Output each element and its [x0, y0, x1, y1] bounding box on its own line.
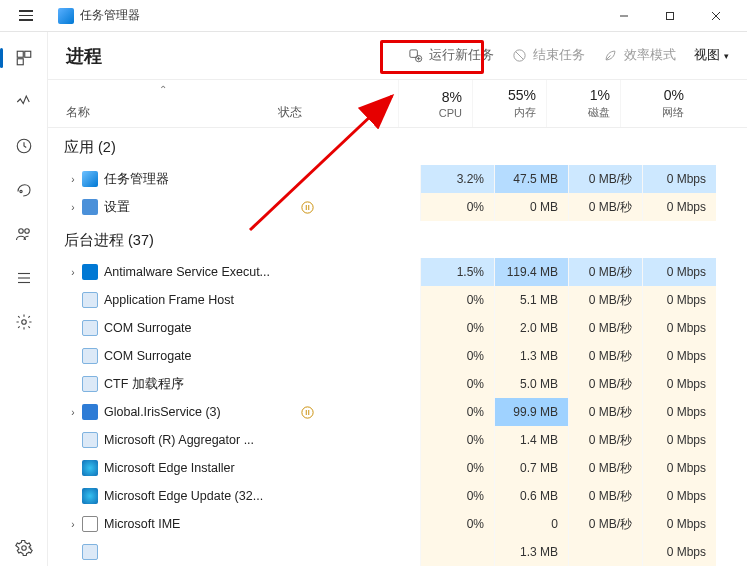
columns-header: ⌃ 名称 状态 8%CPU55%内存1%磁盘0%网络 [48, 80, 747, 128]
nav-users[interactable] [4, 216, 44, 252]
process-row[interactable]: ›设置0%0 MB0 MB/秒0 Mbps [48, 193, 747, 221]
nav-settings[interactable] [4, 530, 44, 566]
nav-startup[interactable] [4, 172, 44, 208]
cell: 0% [420, 398, 494, 426]
process-row[interactable]: Microsoft (R) Aggregator ...0%1.4 MB0 MB… [48, 426, 747, 454]
process-row[interactable]: CTF 加载程序0%5.0 MB0 MB/秒0 Mbps [48, 370, 747, 398]
process-row[interactable]: Application Frame Host0%5.1 MB0 MB/秒0 Mb… [48, 286, 747, 314]
cell: 0 MB/秒 [568, 258, 642, 286]
cell: 0 Mbps [642, 426, 716, 454]
cell: 0% [420, 314, 494, 342]
cell: 0% [420, 193, 494, 221]
end-task-button[interactable]: 结束任务 [512, 47, 585, 64]
process-icon [82, 460, 98, 476]
cell: 0 Mbps [642, 538, 716, 566]
menu-button[interactable] [8, 10, 44, 21]
metric-label: 内存 [514, 105, 536, 120]
process-status [300, 200, 420, 215]
nav-history[interactable] [4, 128, 44, 164]
view-label: 视图 [694, 47, 720, 64]
cell-mem: 99.9 MB [494, 398, 568, 426]
cell: 0 MB/秒 [568, 426, 642, 454]
cell-mem: 0.7 MB [494, 454, 568, 482]
process-row[interactable]: ›Antimalware Service Execut...1.5%119.4 … [48, 258, 747, 286]
metric-pct: 55% [508, 87, 536, 103]
process-icon [82, 348, 98, 364]
svg-point-25 [302, 406, 313, 417]
expand-toggle[interactable]: › [64, 174, 82, 185]
col-name[interactable]: ⌃ 名称 [48, 80, 278, 127]
cell: 0 MB/秒 [568, 286, 642, 314]
cell-mem: 1.3 MB [494, 342, 568, 370]
view-dropdown[interactable]: 视图 ▾ [694, 47, 729, 64]
nav-services[interactable] [4, 304, 44, 340]
cell: 0 MB/秒 [568, 370, 642, 398]
process-icon [82, 292, 98, 308]
svg-rect-5 [24, 51, 30, 57]
cell: 0 Mbps [642, 510, 716, 538]
metric-pct: 1% [590, 87, 610, 103]
run-icon [408, 48, 423, 63]
process-name: 任务管理器 [104, 171, 300, 188]
col-metric-磁盘[interactable]: 1%磁盘 [546, 80, 620, 127]
process-name: CTF 加载程序 [104, 376, 300, 393]
run-new-task-button[interactable]: 运行新任务 [408, 47, 494, 64]
process-icon [82, 544, 98, 560]
process-row[interactable]: Microsoft Edge Installer0%0.7 MB0 MB/秒0 … [48, 454, 747, 482]
process-name: 设置 [104, 199, 300, 216]
process-row[interactable]: 1.3 MB0 Mbps [48, 538, 747, 566]
cell: 0 Mbps [642, 193, 716, 221]
nav-details[interactable] [4, 260, 44, 296]
maximize-button[interactable] [647, 0, 693, 32]
expand-toggle[interactable]: › [64, 202, 82, 213]
titlebar: 任务管理器 [0, 0, 747, 32]
col-status[interactable]: 状态 [278, 80, 398, 127]
expand-toggle[interactable]: › [64, 519, 82, 530]
end-icon [512, 48, 527, 63]
process-name: COM Surrogate [104, 349, 300, 363]
cell: 0 Mbps [642, 342, 716, 370]
cell: 0 MB/秒 [568, 510, 642, 538]
cell [420, 538, 494, 566]
process-name: Microsoft Edge Update (32... [104, 489, 300, 503]
process-row[interactable]: Microsoft Edge Update (32...0%0.6 MB0 MB… [48, 482, 747, 510]
cell: 3.2% [420, 165, 494, 193]
process-row[interactable]: COM Surrogate0%2.0 MB0 MB/秒0 Mbps [48, 314, 747, 342]
nav-performance[interactable] [4, 84, 44, 120]
cell: 0% [420, 286, 494, 314]
app-title: 任务管理器 [80, 7, 140, 24]
cell [568, 538, 642, 566]
col-name-label: 名称 [66, 104, 278, 121]
cell-mem: 0 [494, 510, 568, 538]
process-name: COM Surrogate [104, 321, 300, 335]
process-icon [82, 432, 98, 448]
minimize-button[interactable] [601, 0, 647, 32]
chevron-down-icon: ▾ [724, 51, 729, 61]
cell-mem: 119.4 MB [494, 258, 568, 286]
cell: 0 Mbps [642, 165, 716, 193]
process-row[interactable]: ›Microsoft IME0%00 MB/秒0 Mbps [48, 510, 747, 538]
nav-rail [0, 32, 48, 566]
process-icon [82, 488, 98, 504]
process-icon [82, 199, 98, 215]
expand-toggle[interactable]: › [64, 267, 82, 278]
col-metric-CPU[interactable]: 8%CPU [398, 80, 472, 127]
svg-point-15 [21, 546, 26, 551]
process-row[interactable]: ›Global.IrisService (3)0%99.9 MB0 MB/秒0 … [48, 398, 747, 426]
process-row[interactable]: COM Surrogate0%1.3 MB0 MB/秒0 Mbps [48, 342, 747, 370]
col-metric-内存[interactable]: 55%内存 [472, 80, 546, 127]
efficiency-mode-button[interactable]: 效率模式 [603, 47, 676, 64]
process-row[interactable]: ›任务管理器3.2%47.5 MB0 MB/秒0 Mbps [48, 165, 747, 193]
expand-toggle[interactable]: › [64, 407, 82, 418]
cell: 0 MB/秒 [568, 165, 642, 193]
close-button[interactable] [693, 0, 739, 32]
cell: 0 Mbps [642, 398, 716, 426]
process-list[interactable]: 应用 (2)›任务管理器3.2%47.5 MB0 MB/秒0 Mbps›设置0%… [48, 128, 747, 566]
metric-label: CPU [439, 107, 462, 119]
cell: 0 Mbps [642, 286, 716, 314]
nav-processes[interactable] [4, 40, 44, 76]
efficiency-label: 效率模式 [624, 47, 676, 64]
cell-mem: 47.5 MB [494, 165, 568, 193]
col-metric-网络[interactable]: 0%网络 [620, 80, 694, 127]
process-icon [82, 171, 98, 187]
